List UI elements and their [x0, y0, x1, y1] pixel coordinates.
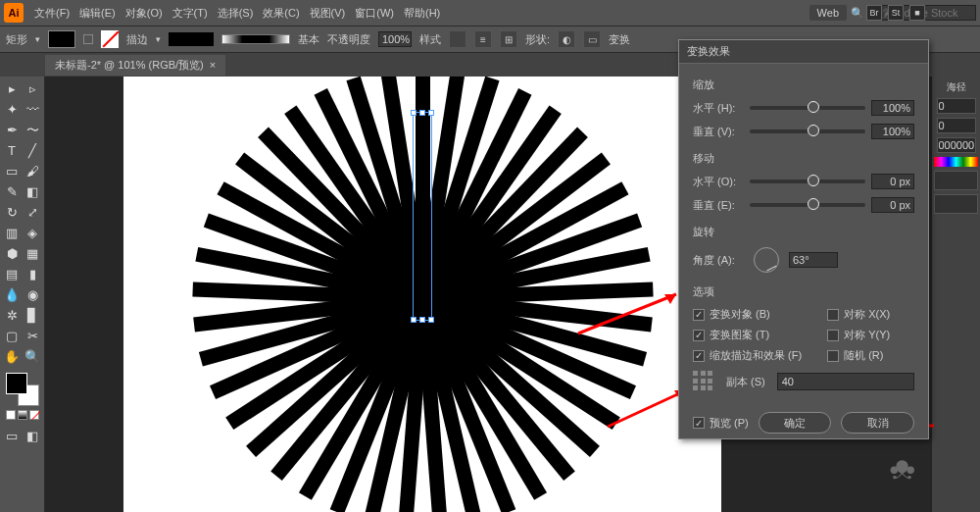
- checkbox-scale-strokes[interactable]: [693, 350, 705, 362]
- move-h-slider[interactable]: [750, 179, 865, 183]
- checkbox-preview[interactable]: [693, 417, 705, 429]
- document-tab[interactable]: 未标题-2* @ 101% (RGB/预览) ×: [45, 55, 225, 76]
- style-swatch[interactable]: [449, 30, 466, 48]
- menu-file[interactable]: 文件(F): [29, 6, 74, 21]
- color-spectrum[interactable]: [934, 157, 978, 167]
- checkbox-random[interactable]: [827, 350, 839, 362]
- symbol-sprayer-tool[interactable]: ✲: [2, 305, 23, 326]
- menu-view[interactable]: 视图(V): [305, 6, 351, 21]
- color-mode-icon[interactable]: [6, 410, 16, 420]
- menu-window[interactable]: 窗口(W): [350, 6, 399, 21]
- stroke-preview[interactable]: [169, 32, 214, 46]
- rectangle-tool[interactable]: ▭: [2, 161, 23, 181]
- transform-label[interactable]: 变换: [609, 32, 630, 47]
- panel-input-1[interactable]: [937, 98, 976, 114]
- draw-mode-icon[interactable]: ◧: [23, 426, 43, 446]
- none-mode-icon[interactable]: [29, 410, 39, 420]
- panel-row[interactable]: [934, 194, 978, 214]
- scale-v-value[interactable]: 100%: [871, 124, 914, 139]
- move-h-value[interactable]: 0 px: [871, 174, 914, 189]
- chevron-down-icon[interactable]: ▾: [156, 34, 161, 44]
- align-icon[interactable]: ≡: [474, 30, 492, 48]
- artboard-tool[interactable]: ▢: [2, 326, 23, 346]
- fill-dropdown[interactable]: [83, 34, 93, 44]
- lasso-tool[interactable]: 〰: [23, 99, 43, 120]
- graph-tool[interactable]: ▊: [23, 305, 43, 326]
- selection-handle[interactable]: [419, 110, 425, 116]
- ok-button[interactable]: 确定: [759, 412, 832, 434]
- checkbox-reflect-x[interactable]: [827, 309, 839, 321]
- direct-selection-tool[interactable]: ▹: [23, 78, 43, 99]
- selection-tool[interactable]: ▸: [2, 78, 23, 99]
- gradient-tool[interactable]: ▮: [23, 264, 43, 284]
- perspective-tool[interactable]: ▦: [23, 243, 43, 264]
- align-icon-2[interactable]: ⊞: [500, 30, 517, 48]
- cancel-button[interactable]: 取消: [841, 412, 914, 434]
- panel-input-2[interactable]: [937, 118, 976, 133]
- mesh-tool[interactable]: ▤: [2, 264, 23, 284]
- reference-point-icon[interactable]: [693, 371, 714, 392]
- paintbrush-tool[interactable]: 🖌: [23, 161, 43, 181]
- shape-tool-icon-2[interactable]: ▭: [583, 30, 601, 48]
- checkbox-transform-objects[interactable]: [693, 309, 705, 321]
- menu-help[interactable]: 帮助(H): [399, 6, 445, 21]
- workspace-switcher[interactable]: Web: [809, 5, 847, 21]
- shape-builder-tool[interactable]: ⬢: [2, 243, 23, 264]
- selection-handle[interactable]: [428, 110, 434, 116]
- scale-v-slider[interactable]: [750, 129, 865, 133]
- dialog-titlebar[interactable]: 变换效果: [679, 40, 928, 64]
- curvature-tool[interactable]: 〜: [23, 120, 43, 140]
- type-tool[interactable]: T: [2, 140, 23, 161]
- stock-icon[interactable]: St: [888, 5, 904, 21]
- pen-tool[interactable]: ✒: [2, 120, 23, 140]
- menubar: Ai 文件(F) 编辑(E) 对象(O) 文字(T) 选择(S) 效果(C) 视…: [0, 0, 980, 26]
- fill-swatch[interactable]: [48, 30, 75, 48]
- selection-handle[interactable]: [428, 317, 434, 323]
- eyedropper-tool[interactable]: 💧: [2, 284, 23, 305]
- zoom-tool[interactable]: 🔍: [23, 346, 43, 367]
- angle-dial[interactable]: [754, 247, 779, 273]
- hand-tool[interactable]: ✋: [2, 346, 23, 367]
- brush-definition[interactable]: [221, 34, 290, 44]
- selection-handle[interactable]: [419, 317, 425, 323]
- move-v-value[interactable]: 0 px: [871, 197, 914, 213]
- opacity-value[interactable]: 100%: [378, 31, 412, 47]
- checkbox-reflect-y[interactable]: [827, 330, 839, 341]
- slice-tool[interactable]: ✂: [23, 326, 43, 346]
- magic-wand-tool[interactable]: ✦: [2, 99, 23, 120]
- bridge-icon[interactable]: Br: [866, 5, 882, 21]
- gradient-mode-icon[interactable]: [18, 410, 27, 420]
- angle-value[interactable]: 63°: [789, 252, 838, 268]
- selection-handle[interactable]: [411, 110, 416, 116]
- rotate-tool[interactable]: ↻: [2, 202, 23, 223]
- free-transform-tool[interactable]: ◈: [23, 223, 43, 243]
- menu-select[interactable]: 选择(S): [213, 6, 259, 21]
- shaper-tool[interactable]: ✎: [2, 181, 23, 202]
- scale-h-slider[interactable]: [750, 106, 865, 110]
- panel-row[interactable]: [934, 171, 978, 190]
- dropdown-icon[interactable]: ▾: [35, 34, 40, 44]
- menu-edit[interactable]: 编辑(E): [74, 6, 121, 21]
- blend-tool[interactable]: ◉: [23, 284, 43, 305]
- checkbox-transform-patterns[interactable]: [693, 330, 705, 341]
- selection-handle[interactable]: [411, 317, 416, 323]
- color-swatches[interactable]: [6, 373, 39, 406]
- copies-input[interactable]: 40: [777, 373, 914, 390]
- eraser-tool[interactable]: ◧: [23, 181, 43, 202]
- width-tool[interactable]: ▥: [2, 223, 23, 243]
- arrange-icon[interactable]: ■: [909, 5, 925, 21]
- menu-effect[interactable]: 效果(C): [258, 6, 304, 21]
- stroke-swatch[interactable]: [101, 30, 119, 48]
- stroke-label[interactable]: 描边: [126, 32, 148, 47]
- hex-input[interactable]: [937, 137, 976, 153]
- menu-object[interactable]: 对象(O): [121, 6, 168, 21]
- shape-tool-icon[interactable]: ◐: [558, 30, 575, 48]
- search-icon[interactable]: 🔍: [851, 7, 864, 20]
- move-v-slider[interactable]: [750, 203, 865, 207]
- menu-type[interactable]: 文字(T): [168, 6, 213, 21]
- screen-mode-icon[interactable]: ▭: [2, 426, 23, 446]
- scale-tool[interactable]: ⤢: [23, 202, 43, 223]
- close-icon[interactable]: ×: [210, 59, 216, 71]
- scale-h-value[interactable]: 100%: [871, 100, 914, 116]
- line-tool[interactable]: ╱: [23, 140, 43, 161]
